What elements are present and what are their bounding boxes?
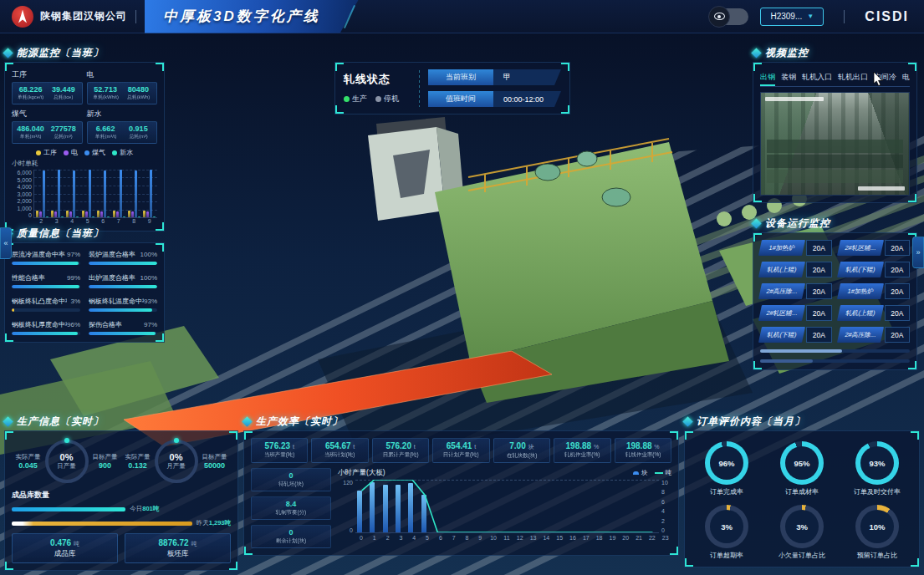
equipment-scrollbar[interactable] <box>760 349 910 353</box>
line-status-title: 轧线状态 <box>344 72 411 87</box>
quality-bar-fill <box>89 308 152 312</box>
order-donut-value: 3% <box>796 522 808 532</box>
output-gauges: 实际产量 0.045 0% 日产量 目标产量 900 实际产量 0.132 0%… <box>12 438 231 488</box>
efficiency-stat-cards: 576.23 t当班产量(吨)654.67 t当班计划(吨)576.20 t日累… <box>251 438 671 463</box>
equipment-scrollbar-2[interactable] <box>760 359 910 363</box>
energy-chart-bar <box>58 170 60 217</box>
collapse-right-icon[interactable]: » <box>912 237 924 268</box>
panel-title-suffix: 〔当月〕 <box>762 415 805 427</box>
energy-metric: 68.226单耗(kgce/t) <box>14 85 47 101</box>
y-tick: 6 <box>661 499 671 505</box>
quality-percent: 100% <box>140 274 157 282</box>
y-tick: 4 <box>661 508 671 514</box>
panel-title: 订单评价内容 <box>697 415 762 427</box>
efficiency-stat-card: 576.20 t日累计产量(吨) <box>372 438 429 463</box>
quality-bar-fill <box>89 332 156 335</box>
energy-card-box: 486.040单耗(m³/t)277578总耗(m³) <box>12 121 83 144</box>
camera-tab-电动热[interactable]: 电动热 <box>902 69 910 86</box>
energy-cards: 工序68.226单耗(kgce/t)39.449总耗(tce)电52.713单耗… <box>12 69 157 144</box>
monthly-gauge-ring: 0% 月产量 <box>155 440 198 483</box>
camera-tab-出钢[interactable]: 出钢 <box>760 69 775 86</box>
quality-item-top: 钢板终轧厚度命中率96% <box>12 320 80 329</box>
page-title: 中厚板3D数字化产线 <box>163 7 320 26</box>
camera-tab-轧机入口[interactable]: 轧机入口 <box>802 69 832 86</box>
energy-chart-bar <box>107 216 110 217</box>
collapse-left-icon[interactable]: « <box>0 227 12 259</box>
legend-label: 块 <box>641 469 648 477</box>
quality-percent: 93% <box>144 298 157 305</box>
quality-bar-fill <box>12 262 79 265</box>
energy-chart-group <box>51 170 64 217</box>
equipment-row: 1#加热炉20A <box>839 283 911 299</box>
panel-title-suffix: 〔当班〕 <box>60 227 104 239</box>
equipment-label: 轧机(上辊) <box>836 305 883 321</box>
order-donut-label: 订单完成率 <box>710 487 743 496</box>
diamond-icon <box>751 48 762 59</box>
camera-tab-轧机出口[interactable]: 轧机出口 <box>838 69 868 86</box>
x-tick: 5 <box>423 535 431 541</box>
energy-legend-item: 工序 <box>36 148 57 157</box>
energy-chart-bar <box>54 211 57 217</box>
camera-tab-装钢[interactable]: 装钢 <box>781 69 796 86</box>
x-tick: 17 <box>582 535 590 541</box>
quality-label: 性能合格率 <box>12 273 45 282</box>
visibility-toggle[interactable] <box>710 8 748 25</box>
energy-chart-group <box>36 170 48 217</box>
energy-card-box: 6.662单耗(m³/t)0.915总耗(m³) <box>87 121 158 144</box>
energy-chart-bar <box>100 211 103 217</box>
equipment-label: 1#加热炉 <box>836 283 883 299</box>
energy-chart-bar <box>123 216 125 217</box>
warehouse-value: 0.476 吨 <box>50 538 79 548</box>
energy-metric: 0.915总耗(m³) <box>122 125 155 140</box>
order-donut-label: 订单成材率 <box>785 487 819 496</box>
energy-legend-item: 电 <box>64 148 78 157</box>
x-tick: 11 <box>503 535 511 541</box>
quality-bar-track <box>12 308 80 312</box>
equipment-current-value: 20A <box>806 262 832 277</box>
energy-chart-bar <box>43 170 45 217</box>
panel-title: 能源监控 <box>17 47 60 59</box>
order-donut-value: 10% <box>869 522 885 532</box>
x-tick: 19 <box>608 535 616 541</box>
y-tick: 6,000 <box>12 170 32 176</box>
equipment-row: 轧机(上辊)20A <box>760 262 832 277</box>
energy-metric: 6.662单耗(m³/t) <box>89 125 122 140</box>
energy-chart-bar <box>61 216 64 217</box>
hour-chart-title: 小时产量(大板) <box>338 468 385 478</box>
energy-legend-item: 新水 <box>112 148 133 157</box>
diamond-icon <box>682 416 693 427</box>
energy-value: 6.662 <box>89 125 122 133</box>
x-tick: 6 <box>101 218 105 224</box>
energy-metric: 486.040单耗(m³/t) <box>14 125 47 140</box>
equipment-row: 2#轧区辅...20A <box>839 240 911 256</box>
quality-item-top: 出炉温度合格率100% <box>89 273 157 282</box>
warehouse-label: 成品库 <box>54 549 76 559</box>
equipment-row: 2#高压除...20A <box>760 283 832 299</box>
eye-icon[interactable] <box>708 6 730 28</box>
order-donut-value: 95% <box>794 459 809 468</box>
energy-metric: 80480总耗(kWh) <box>122 85 155 101</box>
energy-card-name: 工序 <box>12 69 83 80</box>
mini-box-value: 8.4 <box>253 500 329 508</box>
x-tick: 2 <box>39 218 43 224</box>
quality-percent: 100% <box>140 251 157 258</box>
camera-feed[interactable] <box>760 92 910 196</box>
hour-chart-y-right: 1086420 <box>661 480 671 533</box>
quality-bar-fill <box>12 308 14 312</box>
shift-label: 当前班别 <box>428 69 493 85</box>
energy-chart-bar <box>76 216 79 217</box>
quality-bar-fill <box>89 262 157 265</box>
panel-line-status: 轧线状态 生产停机 当前班别 甲 值班时间 00:00-12:00 <box>334 62 570 114</box>
energy-value: 0.915 <box>122 125 155 133</box>
x-tick: 14 <box>542 535 550 541</box>
diamond-icon <box>242 416 253 427</box>
panel-quality-info: 质量信息〔当班〕 层流冷温度命中率97%装炉温度合格率100%性能合格率99%出… <box>4 226 165 343</box>
heat-number-dropdown[interactable]: H2309... ▼ <box>760 8 824 26</box>
y-tick: 4,000 <box>12 184 32 190</box>
stat-value: 7.00 块 <box>496 441 548 451</box>
stock-bar-row: 昨天1,293吨 <box>12 519 231 527</box>
shift-value: 甲 <box>493 69 561 85</box>
actual-output-label: 实际产量 <box>125 453 151 461</box>
y-tick: 0 <box>12 212 32 218</box>
energy-metric: 277578总耗(m³) <box>47 125 79 140</box>
